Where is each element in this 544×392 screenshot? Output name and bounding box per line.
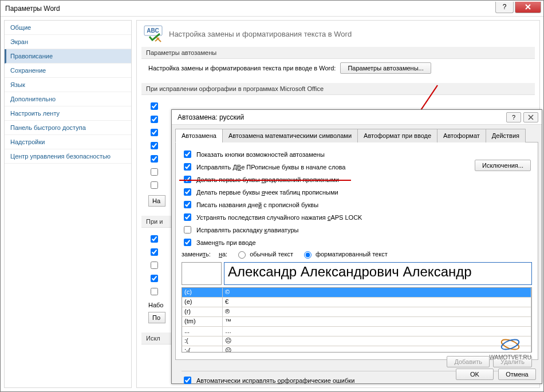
with-label: на: (219, 251, 227, 258)
replace-input-row: Александр Александрович Александр (182, 262, 532, 285)
radio-plain-text: обычный текст (250, 251, 293, 258)
grid-cell-key: (tm) (182, 317, 223, 327)
autocorrect-options-button[interactable]: Параметры автозамены... (340, 62, 431, 74)
dialog-help-button[interactable]: ? (506, 112, 521, 122)
grid-row-1[interactable]: (e)€ (182, 298, 531, 307)
replacements-grid[interactable]: (c)©(e)€(r)®(tm)™...…:(☹:-(☹ (182, 287, 532, 353)
options-window: Параметры Word ? ОбщиеЭкранПравописаниеС… (0, 0, 544, 392)
option-label-4: Писать названия дней с прописной буквы (196, 201, 318, 208)
grid-row-3[interactable]: (tm)™ (182, 317, 531, 327)
tab-strip: АвтозаменаАвтозамена математическими сим… (175, 128, 538, 142)
tab-1[interactable]: Автозамена математическими символами (222, 129, 358, 142)
bg-check-8[interactable] (151, 235, 158, 243)
watermark-text: WAMOTVET.RU (489, 354, 531, 361)
bg-check-10[interactable] (151, 262, 158, 269)
tab-pane-autocorrect: Показать кнопки возможностей автозаменыИ… (175, 142, 538, 360)
grid-cell-val: ® (223, 307, 531, 317)
tab-0[interactable]: Автозамена (175, 129, 223, 142)
option-label-6: Исправлять раскладку клавиатуры (196, 227, 298, 233)
bg-check-9[interactable] (151, 248, 158, 256)
bg-check-12[interactable] (151, 288, 158, 295)
sidebar-item-2[interactable]: Правописание (5, 49, 131, 64)
truncated-button-1[interactable]: На (148, 195, 165, 207)
help-button[interactable]: ? (495, 2, 514, 13)
sidebar: ОбщиеЭкранПравописаниеСохранениеЯзыкДопо… (4, 20, 132, 388)
option-checkbox-3[interactable] (184, 188, 191, 196)
radio-formatted[interactable] (304, 251, 312, 259)
radio-formatted-label[interactable]: форматированный текст (301, 250, 388, 259)
bg-check-4[interactable] (151, 142, 158, 149)
truncated-button-2[interactable]: По (148, 312, 165, 323)
bg-check-7[interactable] (151, 181, 158, 189)
dialog-titlebar: Автозамена: русский ? (172, 110, 542, 125)
bg-check-2[interactable] (151, 116, 158, 123)
replace-input[interactable] (182, 262, 222, 285)
option-row-0: Показать кнопки возможностей автозамены (182, 149, 532, 160)
with-input[interactable]: Александр Александрович Александр (224, 262, 532, 285)
radio-plain-label[interactable]: обычный текст (235, 250, 293, 259)
option-label-7: Заменять при вводе (196, 239, 256, 246)
option-checkbox-0[interactable] (184, 151, 191, 158)
option-label-1: Исправлять ДВе ПРописные буквы в начале … (196, 164, 345, 171)
grid-cell-key: (c) (182, 288, 223, 298)
auto-spell-checkbox[interactable] (184, 377, 191, 384)
grid-cell-val: © (223, 288, 531, 298)
bg-check-11[interactable] (151, 275, 158, 282)
bg-check-5[interactable] (151, 155, 158, 163)
option-row-3: Делать первые буквы ячеек таблиц прописн… (182, 187, 532, 197)
sidebar-item-6[interactable]: Настроить ленту (5, 106, 131, 121)
option-row-7: Заменять при вводе (182, 237, 532, 248)
ok-button[interactable]: OK (456, 369, 494, 380)
sidebar-item-1[interactable]: Экран (5, 35, 131, 49)
bg-check-6[interactable] (151, 168, 158, 176)
section-autocorrect-params-title: Параметры автозамены (141, 47, 535, 59)
sidebar-item-4[interactable]: Язык (5, 78, 131, 92)
grid-row-0[interactable]: (c)© (182, 288, 531, 298)
window-title: Параметры Word (5, 5, 60, 13)
dialog-close-button[interactable] (523, 112, 538, 122)
option-checkbox-1[interactable] (184, 163, 191, 171)
sidebar-item-8[interactable]: Надстройки (5, 135, 131, 149)
option-row-5: Устранять последствия случайного нажатия… (182, 212, 532, 223)
sidebar-item-0[interactable]: Общие (5, 21, 131, 35)
annotation-red-underline (179, 180, 351, 181)
tab-3[interactable]: Автоформат (437, 129, 486, 142)
grid-row-2[interactable]: (r)® (182, 307, 531, 317)
bg-check-1[interactable] (151, 102, 158, 110)
grid-row-5[interactable]: :(☹ (182, 336, 531, 346)
dialog-body: АвтозаменаАвтозамена математическими сим… (172, 125, 542, 363)
close-button[interactable] (515, 2, 541, 13)
watermark-icon (499, 335, 522, 354)
sidebar-item-9[interactable]: Центр управления безопасностью (5, 149, 131, 164)
option-row-6: Исправлять раскладку клавиатуры (182, 224, 532, 235)
section-autocorrect-params-body: Настройка замены и форматирования текста… (141, 59, 535, 80)
option-checkbox-5[interactable] (184, 213, 191, 221)
tab-4[interactable]: Действия (486, 129, 526, 142)
panel-heading: ABC Настройка замены и форматирования те… (144, 25, 535, 42)
grid-row-6[interactable]: :-(☹ (182, 346, 531, 353)
option-row-4: Писать названия дней с прописной буквы (182, 199, 532, 210)
grid-cell-key: ... (182, 327, 223, 336)
watermark: WAMOTVET.RU (489, 335, 531, 361)
replace-label: заменить: (182, 251, 211, 258)
option-checkbox-7[interactable] (184, 239, 191, 246)
add-button[interactable]: Добавить (447, 356, 490, 367)
grid-cell-key: :-( (182, 346, 223, 353)
cancel-button[interactable]: Отмена (498, 369, 536, 380)
grid-row-4[interactable]: ...… (182, 327, 531, 336)
bg-check-3[interactable] (151, 129, 158, 136)
dialog-footer: OK Отмена (456, 369, 536, 380)
radio-plain[interactable] (238, 251, 246, 259)
sidebar-item-5[interactable]: Дополнительно (5, 92, 131, 106)
sidebar-item-3[interactable]: Сохранение (5, 64, 131, 78)
grid-cell-key: (r) (182, 307, 223, 317)
exceptions-button[interactable]: Исключения... (475, 160, 531, 171)
option-checkbox-4[interactable] (184, 201, 191, 208)
sidebar-item-7[interactable]: Панель быстрого доступа (5, 121, 131, 135)
titlebar: Параметры Word ? (1, 1, 543, 17)
tab-2[interactable]: Автоформат при вводе (357, 129, 437, 142)
autocorrect-desc: Настройка замены и форматирования текста… (148, 65, 336, 72)
option-checkbox-6[interactable] (184, 226, 191, 233)
panel-heading-text: Настройка замены и форматирования текста… (169, 30, 352, 38)
auto-spell-label: Автоматически исправлять орфографические… (196, 377, 354, 384)
